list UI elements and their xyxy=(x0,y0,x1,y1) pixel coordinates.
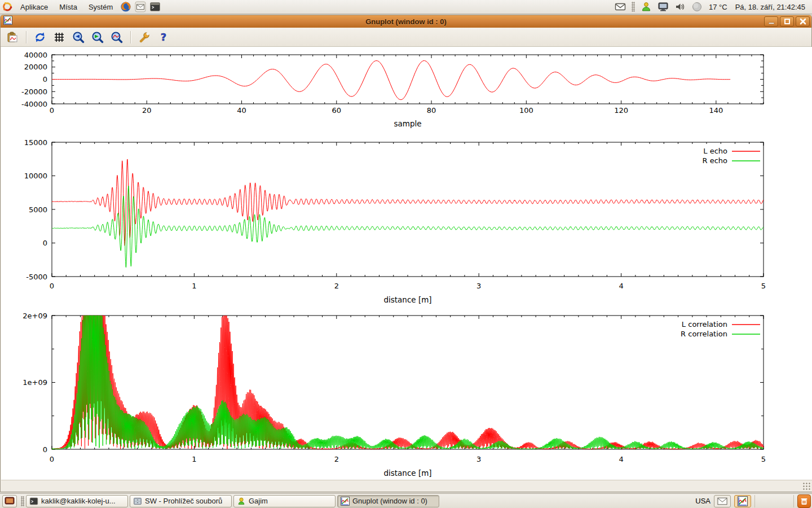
toolbar: ? xyxy=(1,28,811,47)
gnuplot-window: Gnuplot (window id : 0) xyxy=(0,15,812,492)
svg-text:0: 0 xyxy=(50,455,54,463)
weather-icon[interactable] xyxy=(691,1,703,13)
svg-text:4: 4 xyxy=(619,282,623,290)
series-chirp xyxy=(52,61,730,100)
zoom-reset-icon[interactable] xyxy=(109,30,124,45)
svg-text:4: 4 xyxy=(619,455,623,463)
show-desktop-button[interactable] xyxy=(2,495,17,507)
refresh-icon[interactable] xyxy=(33,30,47,45)
maximize-button[interactable] xyxy=(780,16,794,27)
svg-text:L echo: L echo xyxy=(703,147,727,155)
svg-text:1e+09: 1e+09 xyxy=(23,378,47,387)
svg-text:40000: 40000 xyxy=(24,51,47,59)
zoom-next-icon[interactable] xyxy=(90,30,105,45)
chart-1: 012345150001000050000-5000distance [m]L … xyxy=(24,138,766,305)
zoom-previous-icon[interactable] xyxy=(71,30,86,45)
copy-plot-icon[interactable] xyxy=(5,30,20,45)
svg-text:R echo: R echo xyxy=(702,156,727,165)
window-title: Gnuplot (window id : 0) xyxy=(1,17,811,26)
svg-text:2: 2 xyxy=(334,282,339,290)
menu-places[interactable]: Místa xyxy=(54,0,83,14)
svg-text:-20000: -20000 xyxy=(21,87,47,96)
svg-text:0: 0 xyxy=(43,445,47,454)
minimize-button[interactable] xyxy=(764,16,778,27)
tray-handle[interactable] xyxy=(632,2,635,12)
charts-svg: 02040608010012014040000200000-20000-4000… xyxy=(1,47,812,480)
settings-wrench-icon[interactable] xyxy=(137,30,152,45)
chart-0: 02040608010012014040000200000-20000-4000… xyxy=(21,51,764,129)
terminal-launcher-icon[interactable] xyxy=(149,1,161,13)
user-switcher-icon[interactable] xyxy=(640,1,652,13)
svg-text:1: 1 xyxy=(192,282,196,290)
task-label: kaklik@kaklik-kolej-u... xyxy=(41,497,116,505)
tasklist-handle[interactable] xyxy=(21,496,24,506)
svg-text:2e+09: 2e+09 xyxy=(23,312,47,320)
gnuplot-icon xyxy=(341,497,350,506)
grid-icon[interactable] xyxy=(52,30,67,45)
clock-label[interactable]: Pá, 18. září, 21:42:45 xyxy=(732,3,809,11)
svg-text:20: 20 xyxy=(142,106,152,115)
series-l-echo xyxy=(52,159,764,246)
svg-text:120: 120 xyxy=(614,106,628,115)
svg-text:3: 3 xyxy=(476,455,481,463)
svg-text:140: 140 xyxy=(709,106,723,115)
mail-launcher-icon[interactable] xyxy=(134,1,147,13)
task-gajim[interactable]: Gajim xyxy=(233,495,336,507)
svg-text:distance [m]: distance [m] xyxy=(383,468,431,478)
taskbar: kaklik@kaklik-kolej-u... SW - Prohlížeč … xyxy=(0,493,812,508)
ubuntu-logo-icon[interactable] xyxy=(1,1,14,13)
task-gnuplot[interactable]: Gnuplot (window id : 0) xyxy=(337,495,439,507)
svg-text:5: 5 xyxy=(761,455,766,463)
volume-icon[interactable] xyxy=(674,1,686,13)
gnuplot-tray-button[interactable] xyxy=(734,495,751,507)
firefox-launcher-icon[interactable] xyxy=(120,1,132,13)
file-manager-icon xyxy=(133,497,142,506)
svg-text:sample: sample xyxy=(394,119,421,128)
resize-grip[interactable] xyxy=(802,482,810,490)
mail-notify-button[interactable] xyxy=(714,495,731,507)
svg-text:100: 100 xyxy=(519,106,533,115)
svg-text:L correlation: L correlation xyxy=(682,320,727,329)
menu-system[interactable]: Systém xyxy=(83,0,118,14)
keyboard-layout-indicator[interactable]: USA xyxy=(695,497,710,505)
svg-text:60: 60 xyxy=(332,106,342,115)
task-label: Gnuplot (window id : 0) xyxy=(352,497,427,505)
svg-text:0: 0 xyxy=(50,282,54,290)
temperature-label: 17 °C xyxy=(707,3,730,11)
task-label: SW - Prohlížeč souborů xyxy=(145,497,222,505)
svg-text:1: 1 xyxy=(192,455,196,463)
toolbar-separator xyxy=(26,31,27,43)
series-l-correlation xyxy=(52,316,764,449)
svg-text:-40000: -40000 xyxy=(21,100,47,108)
gnuplot-window-icon xyxy=(3,16,12,27)
menu-applications[interactable]: Aplikace xyxy=(15,0,54,14)
trash-icon[interactable] xyxy=(797,494,811,508)
plot-area[interactable]: 02040608010012014040000200000-20000-4000… xyxy=(1,47,812,480)
window-statusbar xyxy=(1,480,812,492)
svg-text:0: 0 xyxy=(43,239,47,247)
svg-text:R correlation: R correlation xyxy=(681,330,727,338)
svg-text:40: 40 xyxy=(237,106,246,115)
svg-text:?: ? xyxy=(161,31,166,43)
svg-text:20000: 20000 xyxy=(24,63,47,71)
svg-text:5: 5 xyxy=(761,282,766,290)
display-icon[interactable] xyxy=(657,1,669,13)
svg-text:0: 0 xyxy=(50,106,54,115)
titlebar[interactable]: Gnuplot (window id : 0) xyxy=(1,15,811,28)
taskbar-spacer xyxy=(754,495,794,507)
series-r-echo xyxy=(52,186,764,267)
svg-text:15000: 15000 xyxy=(24,138,47,147)
task-label: Gajim xyxy=(249,497,268,505)
close-button[interactable] xyxy=(796,16,810,27)
mail-tray-icon[interactable] xyxy=(614,1,626,13)
task-terminal[interactable]: kaklik@kaklik-kolej-u... xyxy=(26,495,128,507)
help-icon[interactable]: ? xyxy=(156,30,171,45)
svg-text:80: 80 xyxy=(427,106,436,115)
series-r-correlation xyxy=(52,316,764,449)
svg-text:0: 0 xyxy=(43,75,47,84)
task-file-manager[interactable]: SW - Prohlížeč souborů xyxy=(130,495,232,507)
terminal-icon xyxy=(29,497,38,506)
top-panel: Aplikace Místa Systém xyxy=(0,0,812,14)
svg-text:3: 3 xyxy=(476,282,481,290)
chart-2: 0123452e+091e+090distance [m]L correlati… xyxy=(23,312,766,478)
